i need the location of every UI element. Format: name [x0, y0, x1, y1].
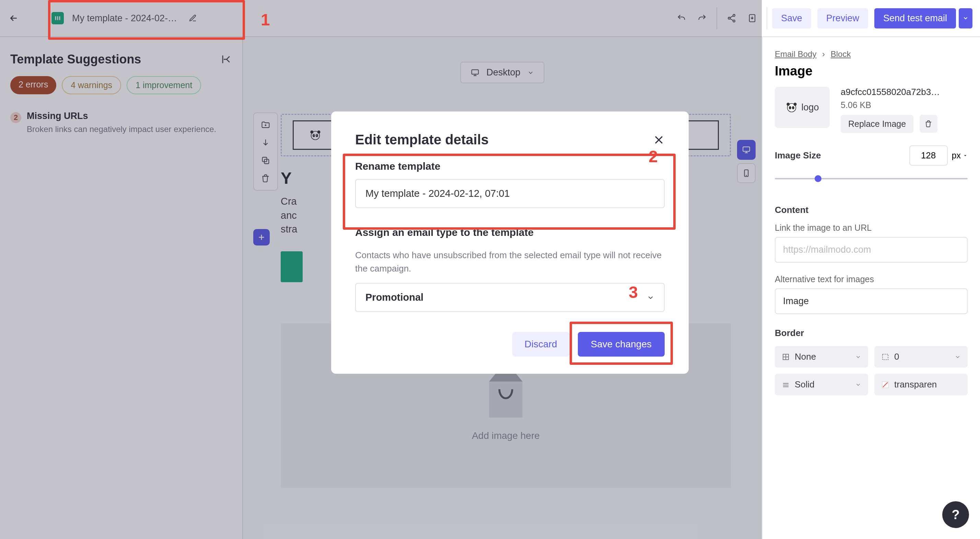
- image-size-slider[interactable]: [775, 178, 968, 179]
- replace-image-button[interactable]: Replace Image: [841, 115, 913, 133]
- panel-title: Image: [775, 64, 968, 79]
- alt-input[interactable]: [775, 289, 968, 314]
- type-label: Assign an email type to the template: [355, 227, 665, 238]
- border-all-icon: [782, 353, 790, 361]
- crumb-block[interactable]: Block: [831, 49, 851, 59]
- email-type-select[interactable]: Promotional: [355, 283, 665, 312]
- rename-input[interactable]: [355, 179, 665, 208]
- image-size-input[interactable]: [909, 145, 948, 166]
- help-button[interactable]: ?: [942, 501, 969, 528]
- caret-down-icon: [963, 153, 968, 158]
- svg-point-20: [787, 103, 790, 106]
- svg-rect-25: [883, 354, 888, 360]
- chevron-down-icon: [855, 382, 861, 388]
- breadcrumb: Email Body › Block: [775, 49, 968, 59]
- image-size-label: Image Size: [775, 150, 821, 161]
- border-style-icon: [782, 380, 790, 389]
- properties-panel: Email Body › Block Image logo a9cfcc0155…: [762, 37, 980, 539]
- preview-button[interactable]: Preview: [817, 8, 868, 29]
- image-thumbnail[interactable]: logo: [775, 87, 830, 128]
- content-section-label: Content: [775, 205, 968, 215]
- border-width-select[interactable]: 0: [874, 346, 968, 368]
- chevron-down-icon: [647, 294, 654, 301]
- chevron-down-icon: [855, 354, 861, 360]
- delete-image-button[interactable]: [920, 115, 937, 133]
- send-test-button[interactable]: Send test email: [874, 8, 956, 29]
- border-style-select[interactable]: Solid: [775, 374, 868, 395]
- link-label: Link the image to an URL: [775, 223, 968, 233]
- close-icon[interactable]: [653, 134, 665, 146]
- border-width-icon: [881, 353, 889, 361]
- image-meta-block: logo a9cfcc01558020a72b3… 5.06 KB Replac…: [775, 87, 968, 133]
- edit-template-modal: Edit template details Rename template 2 …: [331, 111, 689, 374]
- modal-title: Edit template details: [355, 132, 488, 147]
- rename-label: Rename template: [355, 160, 665, 172]
- save-changes-button[interactable]: Save changes: [578, 332, 665, 357]
- save-button[interactable]: Save: [772, 8, 811, 29]
- discard-button[interactable]: Discard: [512, 332, 570, 357]
- svg-point-22: [789, 106, 792, 109]
- image-filesize: 5.06 KB: [841, 100, 968, 110]
- svg-point-21: [794, 103, 797, 106]
- image-filename: a9cfcc01558020a72b3…: [841, 87, 950, 97]
- alt-label: Alternative text for images: [775, 274, 968, 284]
- border-side-select[interactable]: None: [775, 346, 868, 368]
- svg-point-23: [792, 106, 795, 109]
- chevron-down-icon: [955, 354, 961, 360]
- transparent-icon: [881, 380, 889, 389]
- panda-icon: [786, 101, 798, 114]
- link-input[interactable]: [775, 237, 968, 263]
- divider: [767, 7, 767, 29]
- border-color-select[interactable]: transparen: [874, 374, 968, 395]
- send-test-dropdown[interactable]: [959, 8, 972, 29]
- crumb-email-body[interactable]: Email Body: [775, 49, 816, 59]
- border-section-label: Border: [775, 328, 968, 338]
- image-size-unit[interactable]: px: [952, 151, 968, 160]
- type-desc: Contacts who have unsubscribed from the …: [355, 249, 665, 275]
